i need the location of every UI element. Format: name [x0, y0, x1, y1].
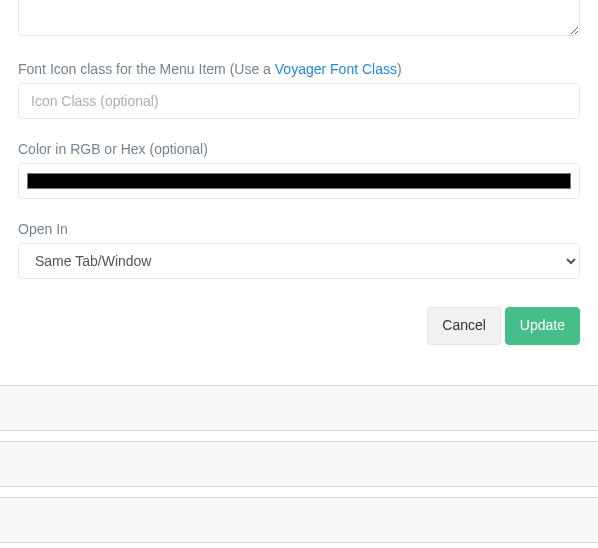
cancel-button[interactable]: Cancel: [427, 307, 501, 345]
color-input-wrap: [18, 163, 580, 199]
color-label: Color in RGB or Hex (optional): [18, 141, 580, 157]
icon-class-label-suffix: ): [397, 61, 402, 77]
textarea-stub[interactable]: [18, 0, 580, 36]
collapsed-panel[interactable]: [0, 441, 598, 487]
open-in-select[interactable]: Same Tab/Window: [18, 243, 580, 279]
open-in-label: Open In: [18, 221, 580, 237]
icon-class-input[interactable]: [18, 83, 580, 119]
icon-class-group: Font Icon class for the Menu Item (Use a…: [18, 61, 580, 119]
icon-class-label-prefix: Font Icon class for the Menu Item (Use a: [18, 61, 275, 77]
color-group: Color in RGB or Hex (optional): [18, 141, 580, 199]
update-button[interactable]: Update: [505, 307, 580, 345]
collapsed-panel[interactable]: [0, 385, 598, 431]
collapsed-panel[interactable]: [0, 497, 598, 543]
collapsed-panels: [18, 385, 580, 543]
voyager-font-link[interactable]: Voyager Font Class: [275, 61, 397, 77]
icon-class-label: Font Icon class for the Menu Item (Use a…: [18, 61, 580, 77]
modal-footer: Cancel Update: [18, 307, 580, 363]
color-input[interactable]: [25, 169, 573, 193]
open-in-group: Open In Same Tab/Window: [18, 221, 580, 279]
